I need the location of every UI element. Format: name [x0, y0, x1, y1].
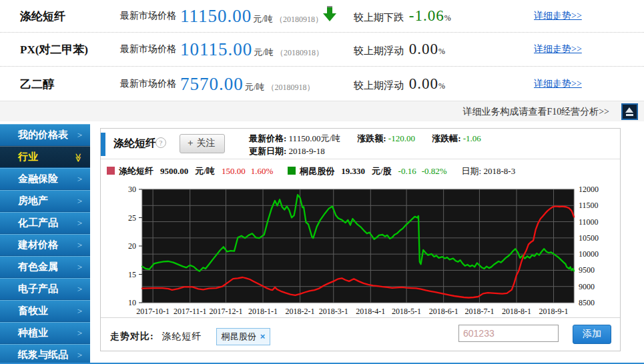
quote-rows: 涤纶短纤最新市场价格11150.00元/吨（20180918）较上期下跌 -1.…	[0, 0, 644, 101]
x-axis-tick: 2018-5-1	[392, 307, 421, 316]
right-axis-tick: 10500	[579, 233, 599, 243]
x-axis-tick: 2018-4-1	[356, 307, 385, 316]
compare-label: 走势对比:	[110, 331, 154, 341]
sidebar-item-label: 种植业	[18, 327, 48, 338]
chevron-right-icon: >	[77, 322, 82, 344]
chevron-right-icon: >	[77, 234, 82, 256]
price-group: 10115.00元/吨（20180918）	[180, 39, 324, 60]
sidebar-item-种植业[interactable]: 种植业>	[0, 322, 90, 344]
x-axis-tick: 2018-3-1	[319, 307, 348, 316]
f10-strip: 详细业务构成请查看F10经营分析>>	[0, 101, 644, 121]
f10-notice: 详细业务构成请查看F10经营分析>>	[462, 101, 609, 122]
detail-trend-link[interactable]: 详细走势>>	[534, 10, 582, 22]
add-button[interactable]: 添加	[573, 325, 611, 344]
sidebar-item-纸浆与纸品[interactable]: 纸浆与纸品>	[0, 344, 90, 364]
sidebar-item-行业[interactable]: 行业≫	[0, 146, 90, 168]
x-axis-tick: 2018-1-1	[248, 307, 278, 316]
quote-row: PX(对二甲苯)最新市场价格10115.00元/吨（20180918）较上期浮动…	[0, 33, 644, 67]
x-axis-tick: 2018-2-1	[286, 307, 315, 316]
detail-trend-link[interactable]: 详细走势>>	[534, 78, 582, 90]
chevron-right-icon: >	[77, 190, 82, 212]
series1-marker-icon	[107, 167, 115, 175]
left-axis-tick: 30	[128, 185, 136, 194]
sidebar-item-化工产品[interactable]: 化工产品>	[0, 212, 90, 234]
x-axis-tick: 2018-7-1	[464, 307, 494, 316]
page-title: 涤纶短纤	[113, 137, 156, 151]
commodity-name: 乙二醇	[20, 76, 54, 91]
quote-row: 涤纶短纤最新市场价格11150.00元/吨（20180918）较上期下跌 -1.…	[0, 0, 644, 33]
sidebar-item-label: 纸浆与纸品	[18, 349, 68, 360]
compare-tag: 桐昆股份×	[216, 328, 271, 345]
x-axis-tick: 2018-9-1	[539, 307, 569, 316]
price-date: （20180918）	[275, 15, 323, 24]
change-value: 0.00	[409, 41, 438, 57]
down-arrow-icon	[322, 5, 337, 23]
sidebar-item-label: 房地产	[18, 195, 48, 206]
change-value: -1.06	[409, 7, 444, 24]
plus-icon: +	[188, 137, 194, 148]
main-area: 我的价格表>行业≫金融保险>房地产>化工产品>建材价格>有色金属>电子产品>畜牧…	[0, 121, 644, 364]
chevron-right-icon: >	[77, 300, 82, 322]
eject-up-icon	[625, 107, 633, 113]
right-axis-tick: 11000	[579, 217, 599, 227]
title-accent-bar	[101, 133, 105, 156]
x-axis-tick: 2018-6-1	[429, 307, 458, 316]
scroll-top-button[interactable]	[621, 103, 638, 120]
cursor-date: 2018-8-3	[483, 166, 515, 176]
commodity-name: 涤纶短纤	[20, 9, 65, 24]
panel-header: 涤纶短纤 ? +关注 最新价格: 11150.00元/吨 涨跌额: -120.0…	[101, 129, 620, 159]
stock-code-input[interactable]	[458, 325, 559, 342]
right-axis-tick: 9000	[579, 282, 595, 291]
follow-button[interactable]: +关注	[180, 134, 225, 153]
change-unit: %	[444, 13, 451, 23]
sidebar-item-label: 化工产品	[18, 217, 58, 228]
quote-row: 乙二醇最新市场价格7570.00元/吨（20180918）较上期浮动 0.00%…	[0, 67, 644, 101]
sidebar-item-我的价格表[interactable]: 我的价格表>	[0, 124, 90, 146]
sidebar-item-畜牧业[interactable]: 畜牧业>	[0, 300, 90, 322]
change-label: 较上期下跌 -1.06%	[354, 7, 451, 25]
chevron-right-icon: >	[77, 278, 82, 300]
sidebar: 我的价格表>行业≫金融保险>房地产>化工产品>建材价格>有色金属>电子产品>畜牧…	[0, 124, 90, 364]
price-date: （20180918）	[276, 48, 324, 57]
chevron-double-down-icon: ≫	[68, 153, 90, 163]
latest-price: 11150.00元/吨	[289, 133, 340, 143]
price-unit: 元/吨	[245, 81, 265, 91]
price-chart[interactable]: 8500900095001000010500110001150012000201…	[101, 180, 620, 317]
compare-bar: 走势对比: 涤纶短纤 桐昆股份× 添加	[101, 317, 620, 351]
sidebar-item-label: 我的价格表	[18, 129, 68, 140]
chart-legend: 涤纶短纤9500.00元/吨150.001.60%桐昆股份19.330元/股-0…	[107, 165, 620, 180]
sidebar-item-电子产品[interactable]: 电子产品>	[0, 278, 90, 300]
change-unit: %	[438, 47, 445, 56]
x-axis-tick: 2017-11-1	[174, 307, 207, 316]
detail-trend-link[interactable]: 详细走势>>	[534, 43, 582, 55]
compare-base: 涤纶短纤	[162, 331, 202, 341]
page: 涤纶短纤最新市场价格11150.00元/吨（20180918）较上期下跌 -1.…	[0, 0, 644, 364]
tag-close-icon[interactable]: ×	[260, 331, 266, 341]
series2-marker-icon	[288, 167, 296, 175]
sidebar-item-label: 行业	[18, 151, 38, 162]
change-label: 较上期浮动 0.00%	[354, 41, 445, 58]
left-axis-tick: 10	[128, 298, 136, 307]
chevron-right-icon: >	[77, 168, 82, 190]
sidebar-item-金融保险[interactable]: 金融保险>	[0, 168, 90, 190]
change-amount: -120.00	[388, 133, 415, 143]
help-icon[interactable]: ?	[155, 137, 166, 148]
change-label: 较上期浮动 0.00%	[354, 75, 445, 93]
sidebar-item-有色金属[interactable]: 有色金属>	[0, 256, 90, 278]
x-axis-tick: 2018-8-1	[502, 307, 531, 316]
right-axis-tick: 10000	[579, 249, 599, 259]
chevron-right-icon: >	[77, 212, 82, 234]
market-price-label: 最新市场价格	[120, 78, 176, 90]
sidebar-item-房地产[interactable]: 房地产>	[0, 190, 90, 212]
right-axis-tick: 9500	[579, 265, 595, 275]
change-unit: %	[438, 81, 445, 91]
sidebar-item-label: 畜牧业	[18, 305, 48, 316]
content-panel: 涤纶短纤 ? +关注 最新价格: 11150.00元/吨 涨跌额: -120.0…	[100, 128, 621, 351]
right-axis-tick: 11500	[579, 201, 599, 210]
sidebar-item-label: 电子产品	[18, 283, 58, 294]
sidebar-item-建材价格[interactable]: 建材价格>	[0, 234, 90, 256]
left-axis-tick: 15	[128, 270, 136, 279]
update-date: 2018-9-18	[289, 146, 325, 156]
price-info: 最新价格: 11150.00元/吨 涨跌额: -120.00 涨跌幅: -1.0…	[249, 132, 496, 157]
left-axis-tick: 20	[128, 241, 136, 251]
